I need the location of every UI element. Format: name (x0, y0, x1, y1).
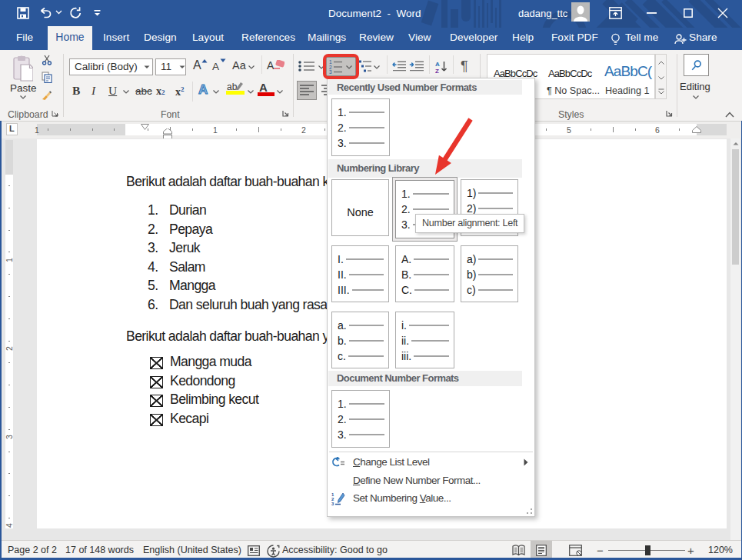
svg-text:3: 3 (331, 502, 334, 505)
svg-text:Z: Z (435, 68, 439, 74)
